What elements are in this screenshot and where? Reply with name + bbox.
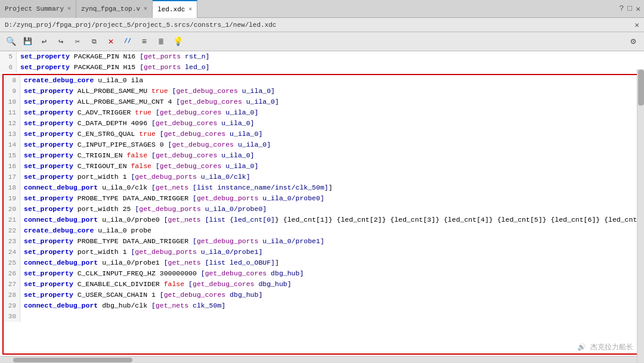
line-number: 5 [0,51,17,62]
filepath-bar: D:/zynq_proj/fpga_proj/project_5/project… [0,18,644,32]
line-content[interactable]: set_property C_TRIGOUT_EN false [get_deb… [20,161,640,172]
line-content[interactable]: set_property C_CLK_INPUT_FREQ_HZ 3000000… [20,268,640,279]
line-content[interactable]: set_property C_TRIGIN_EN false [get_debu… [20,150,640,161]
table-row: 5set_property PACKAGE_PIN N16 [get_ports… [0,51,644,62]
search-button[interactable]: 🔍 [4,35,18,49]
indent-button[interactable]: ≣ [154,35,168,49]
line-number: 17 [4,172,20,182]
table-row: 10set_property ALL_PROBE_SAME_MU_CNT 4 [… [4,97,640,107]
save-button[interactable]: 💾 [20,35,35,49]
line-number: 27 [4,279,20,290]
toolbar: 🔍 💾 ↩ ↪ ✂ ⧉ ✕ // ≡ ≣ 💡 ⚙ [0,32,644,51]
settings-button[interactable]: ⚙ [626,35,640,49]
table-row: 30 [4,311,640,322]
cut-button[interactable]: ✂ [70,35,85,49]
tab-zynq-fpga[interactable]: zynq_fpga_top.v ✕ [76,0,153,18]
line-content[interactable]: set_property C_ENABLE_CLK_DIVIDER false … [20,279,640,290]
table-row: 24set_property port_width 1 [get_debug_p… [4,247,640,257]
window-controls: ? □ ✕ [620,4,644,14]
tab-label: led.xdc [157,6,185,13]
table-row: 21connect_debug_port u_ila_0/probe0 [get… [4,215,640,225]
line-content[interactable]: set_property ALL_PROBE_SAME_MU_CNT 4 [ge… [20,97,640,107]
line-content[interactable]: set_property PROBE_TYPE DATA_AND_TRIGGER… [20,193,640,204]
line-content[interactable]: set_property C_DATA_DEPTH 4096 [get_debu… [20,118,640,129]
vscroll-thumb[interactable] [638,70,644,106]
copy-button[interactable]: ⧉ [87,35,101,49]
line-number: 16 [4,161,20,172]
line-content[interactable]: connect_debug_port u_ila_0/probe0 [get_n… [20,215,640,225]
filepath-text: D:/zynq_proj/fpga_proj/project_5/project… [5,21,276,29]
debug-section: 8create_debug_core u_ila_0 ila9set_prope… [2,74,642,355]
line-number: 8 [4,75,20,86]
align-button[interactable]: ≡ [137,35,151,49]
line-content[interactable]: set_property C_USER_SCAN_CHAIN 1 [get_de… [20,290,640,300]
line-number: 12 [4,118,20,129]
line-content[interactable]: create_debug_core u_ila_0 ila [20,75,640,86]
tab-close-led-xdc[interactable]: ✕ [188,7,192,13]
table-row: 18connect_debug_port u_ila_0/clk [get_ne… [4,182,640,193]
line-number: 10 [4,97,20,107]
tab-project-summary[interactable]: Project Summary ✕ [0,0,76,18]
table-row: 19set_property PROBE_TYPE DATA_AND_TRIGG… [4,193,640,204]
redo-button[interactable]: ↪ [54,35,68,49]
close-file-icon[interactable]: ✕ [634,20,639,30]
restore-icon[interactable]: □ [627,4,632,13]
line-number: 21 [4,215,20,225]
table-row: 22create_debug_core u_ila_0 probe [4,225,640,236]
line-number: 20 [4,204,20,215]
hscroll-thumb[interactable] [13,358,132,362]
line-number: 18 [4,182,20,193]
table-row: 28set_property C_USER_SCAN_CHAIN 1 [get_… [4,290,640,300]
tab-label: Project Summary [5,5,64,13]
bulb-button[interactable]: 💡 [171,35,185,49]
line-content[interactable]: set_property PACKAGE_PIN N16 [get_ports … [17,51,644,62]
horizontal-scrollbar[interactable] [0,356,644,363]
line-number: 6 [0,62,17,73]
tab-close-project-summary[interactable]: ✕ [67,6,71,12]
line-number: 23 [4,236,20,247]
help-icon[interactable]: ? [620,4,624,13]
delete-button[interactable]: ✕ [104,35,118,49]
table-row: 20set_property port_width 25 [get_debug_… [4,204,640,215]
line-content[interactable]: set_property C_ADV_TRIGGER true [get_deb… [20,107,640,118]
line-content[interactable]: connect_debug_port u_ila_0/clk [get_nets… [20,182,640,193]
line-content[interactable]: set_property PROBE_TYPE DATA_AND_TRIGGER… [20,236,640,247]
table-row: 14set_property C_INPUT_PIPE_STAGES 0 [ge… [4,139,640,150]
line-content[interactable]: create_debug_core u_ila_0 probe [20,225,640,236]
line-number: 22 [4,225,20,236]
table-row: 27set_property C_ENABLE_CLK_DIVIDER fals… [4,279,640,290]
line-number: 30 [4,311,20,322]
line-number: 13 [4,129,20,139]
close-window-icon[interactable]: ✕ [636,4,640,14]
line-content[interactable]: set_property PACKAGE_PIN H15 [get_ports … [17,62,644,73]
line-content[interactable]: set_property port_width 25 [get_debug_po… [20,204,640,215]
line-content[interactable]: set_property ALL_PROBE_SAME_MU true [get… [20,86,640,97]
red-box-lines: 8create_debug_core u_ila_0 ila9set_prope… [4,75,640,322]
table-row: 16set_property C_TRIGOUT_EN false [get_d… [4,161,640,172]
line-content[interactable]: set_property port_width 1 [get_debug_por… [20,172,640,182]
table-row: 15set_property C_TRIGIN_EN false [get_de… [4,150,640,161]
line-content[interactable]: connect_debug_port dbg_hub/clk [get_nets… [20,300,640,311]
line-number: 28 [4,290,20,300]
line-number: 26 [4,268,20,279]
tab-close-zynq-fpga[interactable]: ✕ [144,6,147,12]
line-content[interactable]: set_property C_INPUT_PIPE_STAGES 0 [get_… [20,139,640,150]
table-row: 11set_property C_ADV_TRIGGER true [get_d… [4,107,640,118]
undo-button[interactable]: ↩ [37,35,51,49]
line-content[interactable]: set_property port_width 1 [get_debug_por… [20,247,640,257]
line-content[interactable]: set_property C_EN_STRG_QUAL true [get_de… [20,129,640,139]
table-row: 29connect_debug_port dbg_hub/clk [get_ne… [4,300,640,311]
table-row: 23set_property PROBE_TYPE DATA_AND_TRIGG… [4,236,640,247]
line-number: 15 [4,150,20,161]
tab-led-xdc[interactable]: led.xdc ✕ [153,0,197,18]
vertical-scrollbar[interactable] [637,69,644,363]
table-row: 6set_property PACKAGE_PIN H15 [get_ports… [0,62,644,73]
table-row: 9set_property ALL_PROBE_SAME_MU true [ge… [4,86,640,97]
line-number: 11 [4,107,20,118]
comment-button[interactable]: // [120,35,135,49]
tab-bar: Project Summary ✕ zynq_fpga_top.v ✕ led.… [0,0,644,18]
table-row: 26set_property C_CLK_INPUT_FREQ_HZ 30000… [4,268,640,279]
table-row: 13set_property C_EN_STRG_QUAL true [get_… [4,129,640,139]
table-row: 12set_property C_DATA_DEPTH 4096 [get_de… [4,118,640,129]
line-content[interactable]: connect_debug_port u_ila_0/probe1 [get_n… [20,257,640,268]
